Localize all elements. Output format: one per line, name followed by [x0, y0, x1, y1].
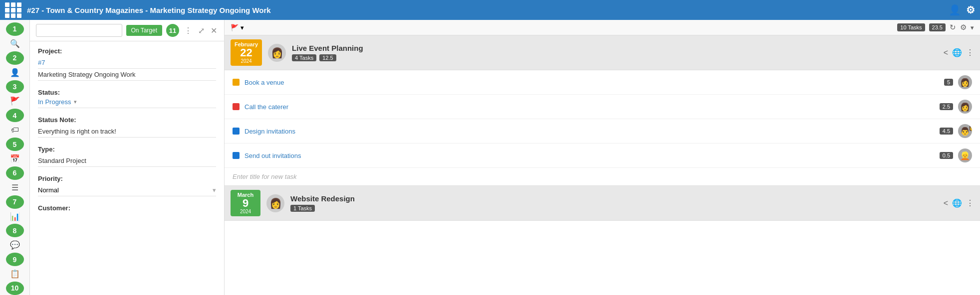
task-color-indicator: [233, 128, 240, 135]
more-options-icon[interactable]: ⋮: [183, 26, 193, 35]
milestone-info-feb: Live Event Planning 4 Tasks 12.5: [292, 44, 938, 61]
milestone-tasks-badge-feb: 4 Tasks: [292, 54, 316, 61]
sidebar-item-calendar[interactable]: 📅: [6, 152, 24, 165]
sidebar-item-list[interactable]: ☰: [6, 181, 24, 194]
milestone-actions-feb: < 🌐 ⋮: [944, 48, 974, 57]
priority-field: Priority: Normal ▾: [38, 175, 216, 196]
status-label: Status:: [38, 89, 216, 96]
sidebar-item-6[interactable]: 6: [6, 166, 24, 180]
table-row: Send out invitations 0.5 👱: [225, 144, 980, 168]
task-color-indicator: [233, 79, 240, 86]
tasks-scroll[interactable]: February 22 2024 👩 Live Event Planning 4…: [225, 35, 980, 295]
sidebar-item-8[interactable]: 8: [6, 224, 24, 237]
task-hours: 5: [944, 79, 953, 86]
globe-icon[interactable]: 🌐: [952, 48, 962, 57]
sidebar-item-1[interactable]: 1: [6, 22, 24, 36]
type-label: Type:: [38, 146, 216, 153]
apps-icon[interactable]: [5, 2, 22, 18]
customer-label: Customer:: [38, 204, 216, 212]
sidebar-item-4[interactable]: 4: [6, 109, 24, 122]
status-value[interactable]: In Progress: [38, 98, 71, 106]
top-bar: #27 - Town & Country Magazines - Marketi…: [0, 0, 980, 20]
flag-filter-button[interactable]: 🚩 ▾: [231, 24, 244, 31]
count-badge: 11: [166, 24, 179, 37]
table-row: Design invitations 4.5 👨 👩: [225, 119, 980, 144]
more-icon[interactable]: ⋮: [966, 48, 974, 57]
sidebar-item-user[interactable]: 👤: [6, 66, 24, 79]
sidebar-item-tag[interactable]: 🏷: [6, 123, 24, 137]
priority-label: Priority:: [38, 175, 216, 182]
info-panel-toolbar: On Target 11 ⋮ ⤢ ✕: [30, 20, 224, 41]
avatar: 👩: [958, 100, 972, 114]
milestone-title-feb: Live Event Planning: [292, 44, 938, 52]
table-row: Book a venue 5 👩: [225, 70, 980, 95]
share-icon[interactable]: <: [944, 48, 948, 57]
sidebar-item-3[interactable]: 3: [6, 80, 24, 94]
milestone-row-march: March 9 2024 👩 Website Redesign 1 Tasks …: [225, 186, 980, 221]
milestone-row-february: February 22 2024 👩 Live Event Planning 4…: [225, 35, 980, 70]
project-id[interactable]: #7: [38, 57, 216, 69]
more-icon[interactable]: ⋮: [966, 198, 974, 208]
search-input[interactable]: [36, 24, 122, 37]
sidebar-item-comment[interactable]: 💬: [6, 238, 24, 252]
avatar: 👨 👩: [958, 124, 972, 138]
left-sidebar: 1 🔍 2 👤 3 🚩 4 🏷 5 📅 6 ☰ 7 📊 8 💬 9 📋 10: [0, 20, 30, 295]
project-name: Marketing Strategy Ongoing Work: [38, 69, 216, 81]
sidebar-item-9[interactable]: 9: [6, 253, 24, 266]
info-panel: On Target 11 ⋮ ⤢ ✕ Project: #7 Marketing…: [30, 20, 225, 295]
sidebar-item-7[interactable]: 7: [6, 195, 24, 209]
globe-icon[interactable]: 🌐: [952, 198, 962, 208]
status-note-value: Everything is right on track!: [38, 126, 216, 138]
march-date-box: March 9 2024: [231, 190, 260, 216]
sidebar-item-flag[interactable]: 🚩: [6, 94, 24, 108]
status-note-label: Status Note:: [38, 116, 216, 124]
on-target-button[interactable]: On Target: [126, 25, 162, 36]
task-name[interactable]: Design invitations: [245, 128, 935, 135]
sidebar-item-search[interactable]: 🔍: [6, 37, 24, 50]
settings-icon[interactable]: ⚙: [966, 4, 975, 16]
milestone-avatar-feb: 👩: [268, 44, 286, 62]
type-field: Type: Standard Project: [38, 146, 216, 167]
task-hours: 4.5: [940, 128, 953, 135]
task-name[interactable]: Send out invitations: [245, 152, 935, 159]
customer-field: Customer:: [38, 204, 216, 212]
priority-chevron-icon[interactable]: ▾: [213, 186, 216, 194]
dropdown-chevron-icon[interactable]: ▾: [971, 24, 974, 31]
february-date-box: February 22 2024: [231, 39, 262, 66]
settings-icon[interactable]: ⚙: [960, 23, 967, 32]
milestone-badges-feb: 4 Tasks 12.5: [292, 54, 938, 61]
sidebar-item-5[interactable]: 5: [6, 138, 24, 151]
milestone-hours-badge-feb: 12.5: [319, 54, 336, 61]
flag-icon: 🚩: [231, 24, 239, 31]
milestone-title-mar: Website Redesign: [290, 194, 938, 203]
priority-row: Normal ▾: [38, 184, 216, 196]
total-hours-badge: 23.5: [929, 23, 946, 31]
task-hours: 2.5: [940, 103, 953, 110]
user-icon[interactable]: 👤: [949, 4, 961, 16]
task-name[interactable]: Call the caterer: [245, 103, 935, 111]
milestone-info-mar: Website Redesign 1 Tasks: [290, 194, 938, 212]
new-task-row: Enter title for new task: [225, 168, 980, 186]
sidebar-item-2[interactable]: 2: [6, 51, 24, 65]
february-day: 22: [235, 47, 258, 58]
share-icon[interactable]: <: [944, 199, 948, 208]
project-field: Project: #7 Marketing Strategy Ongoing W…: [38, 47, 216, 81]
close-icon[interactable]: ✕: [210, 26, 218, 35]
avatar: 👩: [958, 75, 972, 89]
status-field: Status: In Progress ▾: [38, 89, 216, 108]
expand-icon[interactable]: ⤢: [197, 26, 206, 35]
flag-chevron-icon: ▾: [241, 24, 244, 31]
milestone-avatar-mar: 👩: [266, 194, 284, 212]
status-chevron-icon[interactable]: ▾: [74, 99, 77, 105]
milestone-actions-mar: < 🌐 ⋮: [944, 198, 974, 208]
sidebar-item-10[interactable]: 10: [6, 282, 24, 295]
avatar: 👱: [958, 148, 972, 162]
sidebar-item-notes[interactable]: 📋: [6, 267, 24, 281]
march-day: 9: [235, 198, 256, 209]
refresh-icon[interactable]: ↻: [950, 23, 956, 32]
task-name[interactable]: Book a venue: [245, 79, 939, 86]
new-task-placeholder[interactable]: Enter title for new task: [233, 173, 297, 180]
task-hours: 0.5: [940, 152, 953, 159]
sidebar-item-chart[interactable]: 📊: [6, 210, 24, 223]
milestone-tasks-badge-mar: 1 Tasks: [290, 205, 315, 212]
